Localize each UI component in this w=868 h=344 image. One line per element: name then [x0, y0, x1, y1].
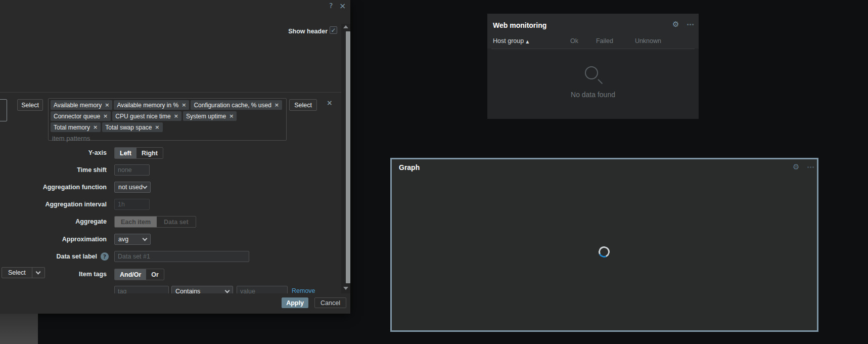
- tag-value-input[interactable]: [237, 286, 288, 293]
- cancel-button[interactable]: Cancel: [314, 297, 346, 308]
- widget-menu-icon[interactable]: ⋯: [807, 163, 815, 172]
- chevron-down-icon: [225, 288, 230, 293]
- time-shift-label: Time shift: [0, 166, 107, 174]
- item-tags-or-option[interactable]: Or: [146, 269, 164, 280]
- chip-remove-icon[interactable]: ×: [103, 113, 108, 119]
- item-tags-label: Item tags: [0, 271, 107, 278]
- time-shift-input[interactable]: [114, 164, 150, 176]
- host-pattern-select-button[interactable]: Select: [17, 99, 43, 111]
- chip-label: Connector queue: [54, 113, 100, 120]
- scrollbar-down-arrow-icon[interactable]: [343, 287, 348, 290]
- sort-up-icon: ▲: [526, 39, 529, 44]
- table-header-divider: [491, 49, 695, 49]
- dialog-divider: [0, 92, 341, 93]
- aggregate-data-set-option: Data set: [157, 217, 196, 227]
- item-tags-andor-option[interactable]: And/Or: [115, 269, 146, 280]
- gear-icon[interactable]: ⚙: [672, 20, 679, 29]
- y-axis-label: Y-axis: [0, 149, 107, 156]
- loading-spinner: [597, 245, 611, 259]
- web-monitoring-widget: Web monitoring ⚙ ⋯ Host group▲ Ok Failed…: [487, 14, 699, 119]
- item-pattern-chip: CPU guest nice time ×: [112, 111, 181, 121]
- aggregate-each-item-option: Each item: [115, 217, 157, 227]
- approximation-value: avg: [118, 236, 128, 243]
- chip-label: Configuration cache, % used: [194, 102, 271, 109]
- chevron-down-icon: [143, 184, 148, 189]
- y-axis-right-option[interactable]: Right: [136, 148, 163, 158]
- item-pattern-chip: Configuration cache, % used ×: [191, 100, 282, 110]
- chip-remove-icon[interactable]: ×: [275, 102, 279, 108]
- item-pattern-chip: Connector queue ×: [51, 111, 111, 121]
- apply-button[interactable]: Apply: [282, 297, 308, 308]
- host-group-column-label: Host group: [493, 37, 524, 45]
- chip-label: Total memory: [54, 124, 90, 131]
- gear-icon[interactable]: ⚙: [793, 162, 799, 171]
- tag-name-input[interactable]: [114, 286, 169, 293]
- chip-label: Available memory: [54, 102, 102, 109]
- no-data-message: No data found: [487, 91, 699, 99]
- chip-label: Total swap space: [105, 124, 152, 131]
- zabbix-dashboard-screen: ? × Show header ✓ Select Available memor…: [0, 0, 868, 344]
- chip-remove-icon[interactable]: ×: [155, 124, 159, 131]
- item-pattern-chip: Available memory in % ×: [114, 100, 189, 110]
- data-set-label-input[interactable]: [114, 251, 249, 262]
- graph-widget-title: Graph: [399, 163, 420, 171]
- web-monitoring-title: Web monitoring: [493, 21, 546, 29]
- column-header-ok[interactable]: Ok: [558, 37, 578, 45]
- chip-remove-icon[interactable]: ×: [93, 124, 98, 131]
- chip-label: System uptime: [186, 113, 226, 120]
- aggregation-function-label: Aggregation function: [0, 184, 107, 191]
- data-set-label-label: Data set label: [0, 253, 97, 260]
- item-pattern-chip: System uptime ×: [183, 111, 237, 121]
- search-icon: [585, 66, 598, 79]
- column-header-unknown[interactable]: Unknown: [624, 37, 661, 45]
- graph-widget[interactable]: Graph ⚙ ⋯: [390, 158, 818, 332]
- y-axis-segmented: Left Right: [114, 147, 163, 159]
- chevron-down-icon: [143, 236, 148, 241]
- search-icon-handle: [598, 79, 603, 84]
- item-pattern-select-button[interactable]: Select: [289, 99, 317, 111]
- column-header-failed[interactable]: Failed: [581, 37, 613, 45]
- aggregation-interval-input: [114, 199, 150, 210]
- widget-menu-icon[interactable]: ⋯: [687, 20, 695, 29]
- approximation-select[interactable]: avg: [114, 234, 151, 245]
- tag-remove-link[interactable]: Remove: [292, 287, 315, 293]
- background-widget-corner: [0, 314, 38, 344]
- item-patterns-multiselect[interactable]: Available memory × Available memory in %…: [48, 98, 287, 141]
- chip-remove-icon[interactable]: ×: [229, 113, 234, 119]
- column-header-host-group[interactable]: Host group▲: [493, 37, 529, 45]
- tag-operator-select[interactable]: Contains: [171, 286, 233, 293]
- tag-operator-value: Contains: [175, 288, 200, 293]
- scrollbar-up-arrow-icon[interactable]: [343, 25, 348, 28]
- dataset-remove-icon[interactable]: ×: [327, 99, 333, 107]
- chip-remove-icon[interactable]: ×: [174, 113, 178, 119]
- aggregation-function-select[interactable]: not used: [114, 182, 151, 193]
- item-patterns-placeholder: item patterns: [51, 134, 284, 143]
- item-pattern-chip: Total memory ×: [51, 122, 101, 132]
- dialog-scrollbar-thumb[interactable]: [346, 31, 350, 283]
- aggregate-segmented: Each item Data set: [114, 216, 196, 228]
- dialog-scroll-area: Select Available memory × Available memo…: [0, 0, 350, 293]
- aggregate-label: Aggregate: [0, 218, 107, 225]
- item-pattern-chip: Available memory ×: [51, 100, 112, 110]
- data-set-label-help-icon[interactable]: ?: [101, 252, 109, 261]
- aggregation-function-value: not used: [118, 184, 143, 191]
- chip-remove-icon[interactable]: ×: [181, 102, 186, 108]
- item-pattern-chip: Total swap space ×: [102, 122, 162, 132]
- aggregation-interval-label: Aggregation interval: [0, 201, 107, 208]
- y-axis-left-option[interactable]: Left: [115, 148, 136, 158]
- chip-label: Available memory in %: [117, 102, 178, 109]
- item-tags-segmented: And/Or Or: [114, 269, 164, 280]
- approximation-label: Approximation: [0, 236, 107, 243]
- chip-remove-icon[interactable]: ×: [105, 102, 109, 108]
- chip-label: CPU guest nice time: [115, 113, 170, 120]
- widget-config-dialog: ? × Show header ✓ Select Available memor…: [0, 0, 350, 314]
- host-patterns-multiselect[interactable]: [0, 99, 7, 121]
